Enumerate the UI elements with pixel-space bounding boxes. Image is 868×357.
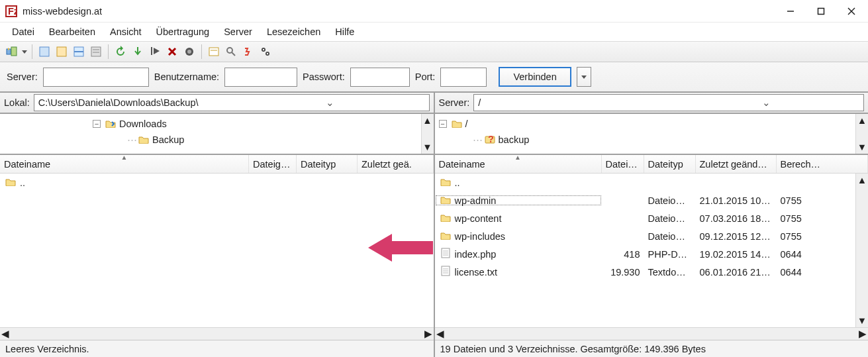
file-type: Textdo… [644, 267, 696, 278]
dropdown-icon[interactable] [21, 50, 28, 54]
app-icon: Fz [5, 5, 17, 17]
file-modified: 21.01.2015 10… [696, 195, 777, 206]
tree-item[interactable]: ⋯Backup [0, 132, 421, 148]
remote-tree[interactable]: −/⋯?backup ▲▼ [435, 114, 869, 155]
svg-marker-17 [154, 48, 160, 54]
file-icon [439, 248, 452, 260]
svg-rect-9 [40, 47, 49, 56]
file-modified: 09.12.2015 12… [696, 231, 777, 242]
menu-ansicht[interactable]: Ansicht [105, 25, 147, 38]
svg-point-26 [263, 49, 264, 50]
svg-rect-3 [818, 8, 824, 14]
local-tree[interactable]: −Downloads⋯Backup ▲▼ [0, 114, 434, 155]
svg-rect-10 [57, 47, 66, 56]
file-name: wp-admin [455, 195, 497, 206]
tree-item-label: Backup [150, 134, 184, 145]
svg-text:?: ? [488, 134, 494, 144]
tree-item[interactable]: ⋯?backup [435, 132, 856, 148]
maximize-button[interactable] [806, 1, 836, 21]
remote-path-combo[interactable]: / ⌄ [473, 94, 864, 111]
list-item[interactable]: wp-includesDateio…09.12.2015 12…0755 [435, 227, 856, 245]
file-name: wp-includes [455, 231, 506, 242]
file-name: index.php [455, 249, 497, 260]
svg-line-23 [232, 52, 235, 56]
menu-bar: DateiBearbeitenAnsichtÜbertragungServerL… [0, 23, 868, 41]
port-input[interactable] [440, 68, 487, 87]
svg-marker-8 [22, 50, 27, 54]
file-modified: 19.02.2015 14… [696, 249, 777, 260]
file-icon [439, 266, 452, 278]
remote-status: 19 Dateien und 3 Verzeichnisse. Gesamtgr… [435, 340, 869, 357]
tree-expand-toggle[interactable]: − [439, 120, 447, 128]
tree-item-label: backup [496, 134, 530, 145]
remote-list-header[interactable]: ▲Dateiname Datei… Dateityp Zuletzt geänd… [435, 155, 869, 174]
local-tree-scrollbar[interactable]: ▲▼ [421, 114, 434, 154]
list-item[interactable]: wp-contentDateio…07.03.2016 18…0755 [435, 209, 856, 227]
svg-rect-13 [91, 47, 101, 56]
tree-item-label: Downloads [117, 119, 167, 129]
chevron-down-icon[interactable]: ⌄ [232, 97, 429, 108]
menu-übertragung[interactable]: Übertragung [151, 25, 215, 38]
file-type: Dateio… [644, 213, 696, 224]
remote-tree-scrollbar[interactable]: ▲▼ [855, 114, 868, 154]
list-item[interactable]: .. [0, 174, 434, 191]
local-hscrollbar[interactable]: ◀▶ [0, 327, 434, 340]
file-size: 418 [602, 249, 644, 260]
toggle-log-icon[interactable] [36, 44, 52, 60]
close-button[interactable] [836, 1, 867, 21]
pass-input[interactable] [350, 68, 410, 87]
tree-expand-toggle[interactable]: − [93, 120, 101, 128]
menu-server[interactable]: Server [218, 25, 258, 38]
toggle-remote-tree-icon[interactable] [71, 44, 87, 60]
connect-history-dropdown[interactable] [577, 67, 591, 87]
file-permissions: 0644 [777, 249, 856, 260]
user-input[interactable] [224, 68, 297, 87]
toggle-queue-icon[interactable] [88, 44, 104, 60]
menu-datei[interactable]: Datei [7, 25, 40, 38]
filter-icon[interactable] [206, 44, 222, 60]
local-list-header[interactable]: ▲Dateiname Dateig… Dateityp Zuletzt geä. [0, 155, 434, 174]
svg-rect-16 [151, 47, 152, 55]
reconnect-icon[interactable] [181, 44, 197, 60]
host-input[interactable] [43, 68, 149, 87]
chevron-down-icon[interactable]: ⌄ [669, 97, 863, 108]
connect-button[interactable]: Verbinden [499, 67, 571, 87]
local-status: Leeres Verzeichnis. [0, 340, 434, 357]
refresh-icon[interactable] [113, 44, 128, 60]
user-label: Benutzername: [154, 72, 219, 82]
local-path-combo[interactable]: C:\Users\Daniela\Downloads\Backup\ ⌄ [34, 94, 430, 111]
menu-hilfe[interactable]: Hilfe [330, 25, 360, 38]
folder-icon [105, 119, 117, 130]
file-name: wp-content [455, 213, 502, 224]
list-item[interactable]: index.php418PHP-D…19.02.2015 14…0644 [435, 245, 856, 263]
list-item[interactable]: wp-adminDateio…21.01.2015 10…0755 [435, 191, 856, 209]
tree-item[interactable]: −/ [435, 116, 856, 132]
svg-marker-28 [581, 76, 587, 79]
toggle-local-tree-icon[interactable] [54, 44, 70, 60]
file-name: .. [455, 178, 460, 188]
tree-item[interactable]: −Downloads [0, 116, 421, 132]
file-size: 19.930 [602, 267, 644, 278]
menu-lesezeichen[interactable]: Lesezeichen [262, 25, 326, 38]
remote-hscrollbar[interactable]: ◀▶ [435, 327, 869, 340]
site-manager-icon[interactable] [4, 44, 20, 60]
local-file-list[interactable]: .. [0, 174, 434, 327]
compare-icon[interactable] [240, 44, 256, 60]
window-title: miss-webdesign.at [23, 6, 775, 17]
quick-connect-bar: Server: Benutzername: Passwort: Port: Ve… [0, 62, 868, 93]
list-item[interactable]: .. [435, 174, 856, 191]
minimize-button[interactable] [775, 1, 806, 21]
remote-file-list[interactable]: ..wp-adminDateio…21.01.2015 10…0755wp-co… [435, 174, 856, 327]
file-modified: 07.03.2016 18… [696, 213, 777, 224]
search-icon[interactable] [223, 44, 239, 60]
menu-bearbeiten[interactable]: Bearbeiten [44, 25, 101, 38]
pass-label: Passwort: [303, 72, 345, 82]
file-permissions: 0755 [777, 231, 856, 242]
list-item[interactable]: license.txt19.930Textdo…06.01.2016 21…06… [435, 263, 856, 281]
svg-rect-20 [209, 48, 218, 56]
disconnect-icon[interactable] [164, 44, 180, 60]
remote-list-scrollbar[interactable]: ▲▼ [855, 174, 868, 327]
process-queue-icon[interactable] [130, 44, 146, 60]
cancel-icon[interactable] [147, 44, 163, 60]
sync-browse-icon[interactable] [258, 44, 273, 60]
